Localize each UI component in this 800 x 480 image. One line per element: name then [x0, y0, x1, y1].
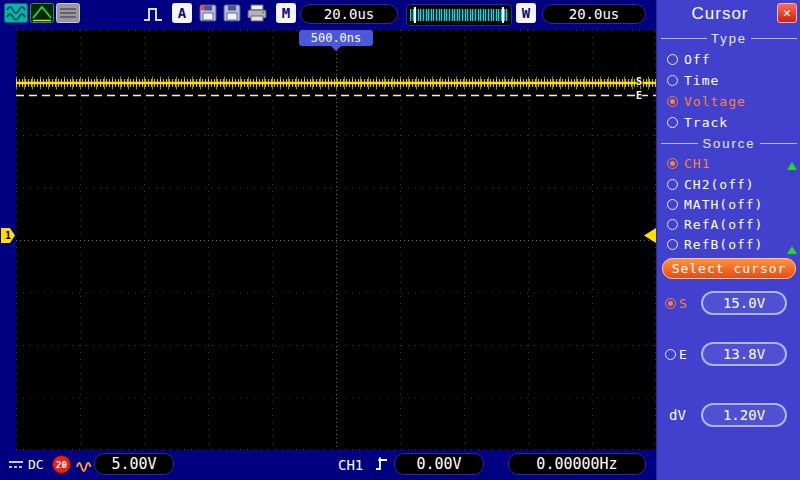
graticule: 500.0ns S E: [16, 30, 656, 450]
delay-readout-tag: 500.0ns: [299, 30, 373, 46]
cursor-s-label: S: [679, 296, 687, 311]
channel1-marker[interactable]: 1: [1, 228, 15, 243]
oscilloscope-screen: A M 20.0us: [0, 0, 800, 480]
window-bracket-right: [502, 7, 504, 23]
ramp-wave-icon[interactable]: [30, 3, 54, 23]
select-cursor-button[interactable]: Select cursor: [662, 258, 796, 279]
radio-icon: [667, 54, 678, 65]
option-label: Time: [684, 73, 719, 88]
radio-icon: [667, 117, 678, 128]
source-option-refa[interactable]: RefA(off): [667, 214, 763, 234]
divider: [751, 38, 797, 39]
window-bracket-left: [414, 7, 416, 23]
delta-v-value: 1.20V: [701, 403, 787, 427]
source-option-math[interactable]: MATH(off): [667, 194, 763, 214]
main-timebase-readout: 20.0us: [300, 4, 398, 24]
delta-v-row: dV 1.20V: [657, 403, 800, 427]
section-header-label: Source: [702, 136, 755, 151]
window-timebase-badge: W: [516, 3, 536, 23]
option-label: MATH(off): [684, 197, 763, 212]
scroll-up-icon[interactable]: [787, 162, 797, 170]
radio-icon: [667, 219, 678, 230]
graticule-grid: [16, 30, 656, 450]
type-option-time[interactable]: Time: [667, 70, 719, 90]
radio-icon: [667, 158, 678, 169]
close-icon[interactable]: ✕: [777, 3, 797, 23]
option-label: Off: [684, 52, 710, 67]
preview-wave: [410, 9, 508, 21]
menu-title: Cursor: [665, 4, 775, 24]
type-option-off[interactable]: Off: [667, 49, 710, 69]
radio-icon: [667, 179, 678, 190]
option-label: Track: [684, 115, 728, 130]
top-toolbar: A M 20.0us: [0, 0, 656, 28]
divider: [661, 143, 698, 144]
window-timebase-readout: 20.0us: [542, 4, 646, 24]
acquire-a-badge[interactable]: A: [172, 3, 192, 23]
cursor-s-row: S 15.0V: [657, 291, 800, 315]
section-header-label: Type: [711, 31, 747, 46]
radio-icon: [667, 96, 678, 107]
radio-icon: [667, 75, 678, 86]
module-icon[interactable]: [56, 3, 80, 23]
coupling-label: DC: [28, 457, 44, 472]
source-option-ch2[interactable]: CH2(off): [667, 174, 755, 194]
waveform-preview[interactable]: [406, 4, 512, 26]
type-option-track[interactable]: Track: [667, 112, 728, 132]
cursor-menu-panel: Cursor ✕ Type Off Time Voltage Track Sou…: [656, 0, 800, 480]
pulse-icon[interactable]: [142, 4, 168, 24]
status-bar: DC 20 5.00V CH1 0.00V 0.00000Hz: [0, 450, 656, 480]
dc-coupling-icon: [8, 459, 24, 471]
frequency-readout: 0.00000Hz: [508, 453, 646, 475]
type-option-voltage[interactable]: Voltage: [667, 91, 746, 111]
save-icon[interactable]: [198, 3, 218, 23]
volts-per-div-readout: 5.00V: [94, 453, 174, 475]
radio-icon: [667, 199, 678, 210]
main-timebase-badge: M: [276, 3, 296, 23]
trigger-slope-icon: [374, 455, 390, 473]
option-label: Voltage: [684, 94, 746, 109]
cursor-e-flag[interactable]: E: [636, 90, 642, 101]
radio-icon: [665, 298, 676, 309]
radio-icon: [667, 239, 678, 250]
scroll-up-icon-2[interactable]: [787, 246, 797, 254]
trigger-level-readout: 0.00V: [394, 453, 484, 475]
cursor-e-row: E 13.8V: [657, 342, 800, 366]
printer-icon[interactable]: [246, 4, 268, 22]
cursor-e-value[interactable]: 13.8V: [701, 342, 787, 366]
cursor-e-radio[interactable]: E: [665, 347, 701, 362]
divider: [760, 143, 797, 144]
bandwidth-limit-badge: 20: [52, 455, 71, 474]
divider: [661, 38, 707, 39]
option-label: CH2(off): [684, 177, 755, 192]
delta-v-label: dV: [669, 407, 701, 423]
option-label: RefB(off): [684, 237, 763, 252]
source-option-refb[interactable]: RefB(off): [667, 234, 763, 254]
source-option-ch1[interactable]: CH1: [667, 153, 710, 173]
cursor-s-value[interactable]: 15.0V: [701, 291, 787, 315]
cursor-e-label: E: [679, 347, 687, 362]
cursor-s-flag[interactable]: S: [636, 76, 642, 87]
source-section-header: Source: [661, 136, 797, 151]
trigger-source-label: CH1: [338, 457, 363, 473]
option-label: RefA(off): [684, 217, 763, 232]
sine-waves-icon[interactable]: [4, 3, 28, 23]
save-icon-2[interactable]: [222, 3, 242, 23]
type-section-header: Type: [661, 31, 797, 46]
radio-icon: [665, 349, 676, 360]
waveform-icon: [76, 458, 94, 472]
cursor-s-radio[interactable]: S: [665, 296, 701, 311]
option-label: CH1: [684, 156, 710, 171]
